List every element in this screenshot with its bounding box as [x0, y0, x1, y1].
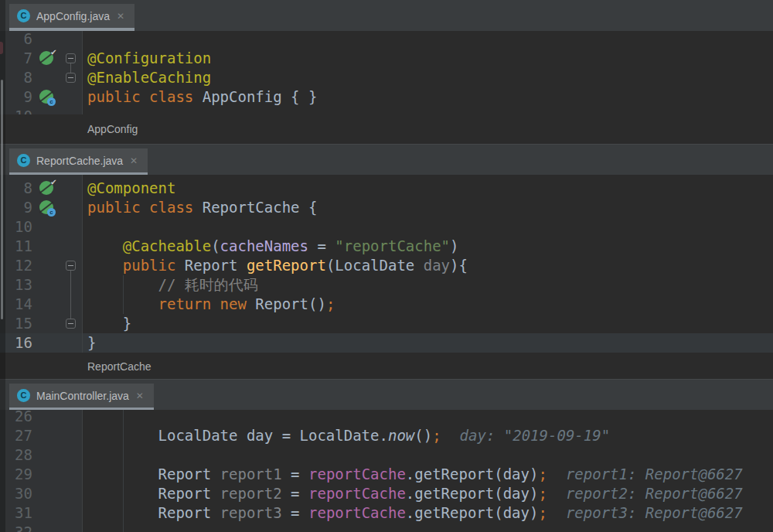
code-text: }	[83, 333, 773, 353]
tab-bar: C ReportCache.java ✕	[0, 144, 773, 175]
gutter-icon-cell: ✔	[36, 49, 60, 68]
token: ;	[538, 485, 547, 502]
fold-cell	[60, 217, 83, 237]
debugger-inline-value: report2: Report@6627	[566, 485, 743, 502]
token: )	[450, 237, 458, 254]
line-number: 10	[0, 107, 36, 114]
gutter-icon-cell	[36, 503, 60, 523]
token: report3	[220, 504, 282, 521]
code-text: @EnableCaching	[83, 68, 773, 87]
token: (LocalDate	[326, 257, 424, 274]
tab-bar: C AppConfig.java ✕	[0, 0, 773, 31]
tab-maincontroller[interactable]: C MainController.java ✕	[9, 384, 154, 408]
code-text	[83, 445, 773, 465]
code-text: Report report2 = reportCache.getReport(d…	[83, 484, 773, 503]
fold-cell	[60, 314, 83, 333]
token: public	[123, 257, 185, 274]
tab-title: AppConfig.java	[36, 10, 110, 22]
tab-reportcache[interactable]: C ReportCache.java ✕	[9, 148, 148, 172]
breadcrumb-item[interactable]: AppConfig	[87, 123, 138, 135]
token: .getReport(day)	[406, 466, 539, 483]
code-editor[interactable]: 2627 LocalDate day = LocalDate.now();day…	[0, 410, 773, 532]
code-editor[interactable]: 78✔@Component9cpublic class ReportCache …	[0, 175, 773, 354]
fold-marker[interactable]	[66, 73, 76, 83]
line-number: 30	[0, 484, 36, 503]
fold-cell	[60, 31, 83, 49]
token: LocalDate day = LocalDate.	[87, 427, 388, 444]
fold-cell	[60, 256, 83, 275]
indent-guide	[123, 484, 124, 503]
tab-title: MainController.java	[36, 390, 129, 402]
fold-cell	[60, 179, 83, 198]
code-line: 31 Report report3 = reportCache.getRepor…	[0, 503, 773, 523]
code-text: public Report getReport(LocalDate day){	[83, 256, 773, 275]
gutter-icon-cell	[36, 523, 60, 532]
token: ;	[538, 466, 547, 483]
token: now	[388, 427, 414, 444]
fold-cell	[60, 426, 83, 445]
fold-cell	[60, 198, 83, 217]
token: ReportCache {	[203, 199, 318, 216]
tab-close-icon[interactable]: ✕	[130, 155, 138, 166]
indent-guide	[123, 445, 124, 465]
spring-bean-check-icon[interactable]: ✔	[39, 51, 53, 65]
code-line: 13 // 耗时的代码	[0, 275, 773, 295]
line-number: 8	[0, 179, 36, 198]
indent-guide	[123, 275, 124, 295]
fold-cell	[60, 295, 83, 314]
line-number: 8	[0, 68, 36, 87]
spring-bean-check-icon[interactable]: ✔	[39, 181, 53, 195]
java-class-icon: C	[17, 9, 30, 22]
fold-cell	[60, 49, 83, 68]
fold-cell	[60, 237, 83, 256]
code-line: 27 LocalDate day = LocalDate.now();day: …	[0, 426, 773, 445]
editor-pane-appconfig: C AppConfig.java ✕ 67✔@Configuration8@En…	[0, 0, 773, 144]
gutter-icon-cell	[36, 445, 60, 465]
tab-close-icon[interactable]: ✕	[136, 390, 144, 401]
token: ()	[414, 427, 432, 444]
spring-bean-icon[interactable]: c	[39, 200, 53, 214]
line-number: 13	[0, 275, 36, 295]
token: cacheNames	[220, 237, 308, 254]
token: =	[282, 504, 308, 521]
code-text: @Configuration	[83, 49, 773, 68]
gutter-icon-cell	[36, 484, 60, 503]
left-scrollbar-thumb[interactable]	[1, 80, 3, 319]
code-text: }	[83, 314, 773, 333]
fold-marker[interactable]	[66, 261, 76, 271]
fold-cell	[60, 445, 83, 465]
code-line: 15 }	[0, 314, 773, 333]
code-text: return new Report();	[83, 295, 773, 314]
spring-bean-icon[interactable]: c	[39, 90, 53, 104]
tab-close-icon[interactable]: ✕	[117, 11, 124, 22]
indent-guide	[123, 426, 124, 445]
token: @Cacheable	[123, 237, 211, 254]
code-text	[83, 217, 773, 237]
code-line: 10	[0, 107, 773, 114]
debugger-inline-value: day: "2019-09-19"	[460, 427, 610, 444]
code-editor[interactable]: 67✔@Configuration8@EnableCaching9cpublic…	[0, 31, 773, 114]
breadcrumb-item[interactable]: ReportCache	[87, 360, 152, 373]
gutter-icon-cell	[36, 107, 60, 114]
code-line: 11 @Cacheable(cacheNames = "reportCache"…	[0, 237, 773, 256]
code-line: 9cpublic class AppConfig { }	[0, 87, 773, 107]
line-number: 9	[0, 87, 36, 107]
fold-cell	[60, 465, 83, 484]
code-line: 8@EnableCaching	[0, 68, 773, 87]
code-line: 30 Report report2 = reportCache.getRepor…	[0, 484, 773, 503]
token: Report	[185, 257, 247, 274]
token: .getReport(day)	[406, 485, 539, 502]
token: .getReport(day)	[406, 504, 539, 521]
gutter-icon-cell: c	[36, 87, 60, 107]
tab-appconfig[interactable]: C AppConfig.java ✕	[9, 4, 135, 28]
fold-cell	[60, 503, 83, 523]
token: Report()	[255, 295, 326, 312]
fold-marker[interactable]	[66, 53, 76, 63]
line-number: 12	[0, 256, 36, 275]
code-text	[83, 410, 773, 426]
fold-marker[interactable]	[66, 319, 76, 329]
fold-cell	[60, 68, 83, 87]
indent-guide	[123, 503, 124, 523]
gutter-icon-cell	[36, 68, 60, 87]
token: =	[282, 485, 308, 502]
